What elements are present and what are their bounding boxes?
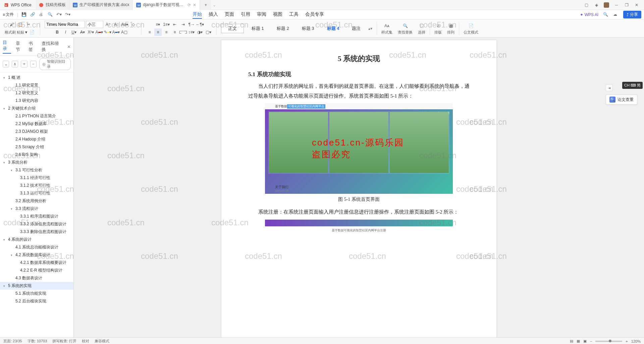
nav-tab-chapter[interactable]: 章节	[16, 41, 24, 53]
superscript-icon[interactable]: X²▾	[87, 28, 95, 36]
style-h1[interactable]: 标题 1	[247, 24, 269, 33]
toc-item[interactable]: 5.1 系统功能实现	[0, 290, 73, 297]
tab-view[interactable]: 视图	[273, 11, 282, 19]
style-h3[interactable]: 标题 3	[297, 24, 319, 33]
strikethrough-icon[interactable]: A̶▾	[79, 28, 86, 36]
cloud-icon[interactable]: ☁	[613, 12, 619, 17]
tab-dropdown-icon[interactable]: ⌄	[211, 3, 217, 7]
tab-reference[interactable]: 引用	[241, 11, 250, 19]
numbering-icon[interactable]: 1≡▾	[163, 21, 170, 28]
chevron-icon[interactable]: ▾	[3, 238, 7, 241]
align-right-icon[interactable]: ≡	[163, 28, 170, 36]
toc-item[interactable]: 3.3.2 添加信息流程图设计	[0, 220, 73, 228]
align-center-icon[interactable]: ≡	[154, 28, 162, 36]
toc-item[interactable]: 2.4 Hadoop 介绍	[0, 135, 73, 143]
tab-refresh-icon[interactable]: ⟳	[187, 3, 191, 7]
select-group[interactable]: ⬚ 选择	[416, 20, 427, 37]
chevron-icon[interactable]: ▾	[11, 169, 14, 172]
ltr-icon[interactable]: ¶→	[188, 21, 195, 28]
paper-check-button[interactable]: 🔍 论文查重	[606, 95, 637, 105]
toc-item[interactable]: 4.2.2 E-R 模型结构设计	[0, 267, 73, 274]
tab-review[interactable]: 审阅	[257, 11, 266, 19]
style-caption[interactable]: 题注	[347, 24, 366, 33]
chevron-icon[interactable]: ▾	[3, 161, 7, 164]
styles-scroll-icon[interactable]: ▴▾	[368, 26, 372, 31]
view-print-icon[interactable]: ▤	[570, 339, 573, 343]
status-spellcheck[interactable]: 拼写检查: 打开	[52, 339, 76, 344]
find-group[interactable]: 🔍 查找替换	[396, 20, 415, 37]
zoom-out-icon[interactable]: −	[590, 339, 592, 343]
toc-item[interactable]: ▾2 关键技术介绍	[0, 105, 73, 112]
chevron-icon[interactable]: ▾	[3, 107, 7, 110]
undo-icon[interactable]: ↶▾	[56, 12, 62, 17]
document-viewport[interactable]: 5 系统的实现 5.1 系统功能实现 当人们打开系统的网址后，首先看到的就是首页…	[74, 38, 644, 337]
style-set-group[interactable]: Aᴀ 样式集	[379, 20, 394, 37]
increase-font-icon[interactable]: A↑	[104, 21, 112, 28]
preview-icon[interactable]: 🔍	[48, 12, 53, 17]
distribute-icon[interactable]: ⫍⫎	[179, 28, 187, 36]
toc-item[interactable]: 3.2 系统用例分析	[0, 197, 73, 205]
cut-icon[interactable]: ✂	[25, 21, 32, 28]
toc-item[interactable]: 2.3 DJANGO 框架	[0, 128, 73, 135]
toc-item[interactable]: 1.3 研究内容	[0, 97, 73, 105]
tab-template[interactable]: 找稿壳模板	[36, 0, 69, 10]
chevron-icon[interactable]: ▾	[11, 207, 14, 211]
file-menu[interactable]: ≡ 文件	[3, 12, 14, 17]
toc-item[interactable]: 2.5 Scrapy 介绍	[0, 143, 73, 151]
ime-indicator[interactable]: CH ⌨ 简	[622, 82, 643, 89]
redo-icon[interactable]: ↷▾	[65, 12, 70, 17]
tab-doc1[interactable]: W 生产印模图片替换方案.docx	[69, 0, 133, 10]
paste-icon[interactable]: 📋	[16, 21, 24, 28]
decrease-font-icon[interactable]: A↓	[113, 21, 120, 28]
line-spacing-icon[interactable]: ↕≡▾	[188, 28, 195, 36]
tab-doc2-active[interactable]: W django基于数据可视化的智 ⟳ ✕	[133, 0, 200, 10]
close-icon[interactable]: ✕	[193, 3, 196, 7]
chevron-icon[interactable]: ▾	[3, 76, 7, 79]
change-case-icon[interactable]: Aa▾	[121, 21, 128, 28]
indent-increase-icon[interactable]: ⇥	[179, 21, 187, 28]
view-outline-icon[interactable]: ▣	[583, 339, 587, 343]
status-wordcount[interactable]: 字数: 10703	[28, 339, 47, 344]
toc-item[interactable]: ▾3.3 流程设计	[0, 205, 73, 213]
font-size-select[interactable]	[86, 21, 103, 28]
toc-item[interactable]: 2.2 MySql 数据库	[0, 120, 73, 128]
chevron-icon[interactable]: ▾	[3, 284, 7, 288]
copy-icon[interactable]: 📄	[28, 28, 36, 36]
toc-item[interactable]: 4.2.1 数据库系统概要设计	[0, 259, 73, 267]
toc-item[interactable]: 1.1 研究背景	[0, 81, 73, 89]
toc-tree[interactable]: ▾1 概 述1.1 研究背景1.2 研究意义1.3 研究内容▾2 关键技术介绍2…	[0, 72, 73, 337]
clear-format-icon[interactable]: ◇	[129, 21, 137, 28]
toc-item[interactable]: 3.1.3 运行可行性	[0, 189, 73, 197]
toc-item[interactable]: 3.3.3 删除信息流程图设计	[0, 228, 73, 236]
nav-tab-toc[interactable]: 目录	[3, 40, 11, 54]
maximize-icon[interactable]: ❐	[624, 2, 629, 8]
align-left-icon[interactable]: ≡	[146, 28, 153, 36]
collapse-icon[interactable]: ⇥	[606, 84, 612, 91]
minimize-icon[interactable]: ─	[614, 2, 619, 8]
style-normal[interactable]: 正文	[221, 24, 244, 33]
toc-item[interactable]: 3.1.1 经济可行性	[0, 174, 73, 182]
arrange-group[interactable]: ▦ 排列	[445, 20, 457, 37]
toc-item[interactable]: ▾4 系统的设计	[0, 236, 73, 243]
cube-icon[interactable]: ◈	[594, 2, 599, 8]
borders-icon[interactable]: ▢▾	[205, 28, 212, 36]
toc-item[interactable]: 2.6 B/S 架构	[0, 151, 73, 159]
view-web-icon[interactable]: ▦	[577, 339, 580, 343]
style-h4[interactable]: 标题 4	[322, 24, 344, 33]
highlight-icon[interactable]: ✎▾	[104, 28, 111, 36]
save-icon[interactable]: 💾	[21, 12, 27, 17]
toc-add-icon[interactable]: +	[21, 61, 27, 67]
tab-tools[interactable]: 工具	[289, 11, 299, 19]
gov-mode-group[interactable]: 📄 公文模式	[462, 20, 480, 37]
tab-start[interactable]: 开始	[193, 11, 202, 19]
format-painter-icon[interactable]: 🖌	[8, 21, 15, 28]
font-name-select[interactable]	[45, 21, 85, 28]
nav-tab-find[interactable]: 查找和替换	[42, 41, 62, 53]
toc-item[interactable]: ▾3 系统分析	[0, 159, 73, 166]
avatar-icon[interactable]	[604, 2, 609, 8]
layout-group[interactable]: ⎚ 排版	[432, 20, 444, 37]
close-window-icon[interactable]: ✕	[634, 2, 639, 8]
share-button[interactable]: ⤴ 分享	[623, 11, 641, 18]
tab-insert[interactable]: 插入	[209, 11, 218, 19]
toc-up-icon[interactable]: ∧	[12, 61, 18, 67]
